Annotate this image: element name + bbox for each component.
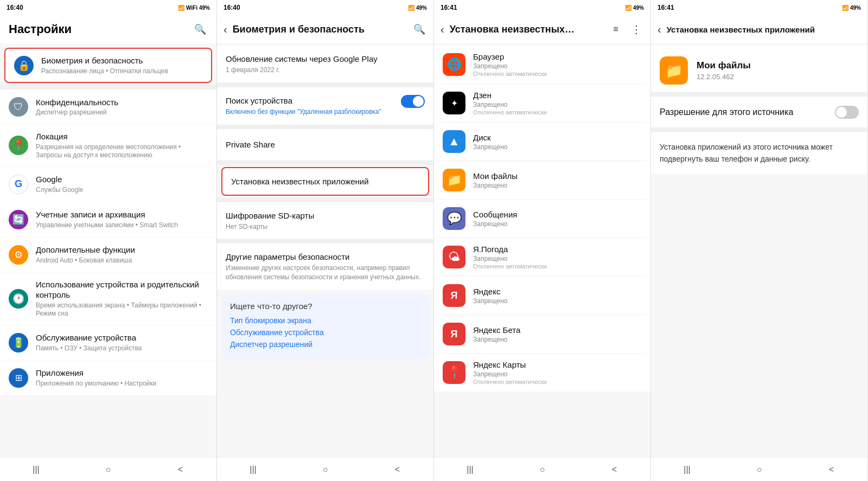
biometrics-page-title: Биометрия и безопасность [233, 24, 412, 35]
settings-list: 🔒 Биометрия и безопасность Распознавание… [0, 43, 216, 457]
status-icons-2: 📶 49% [408, 5, 427, 11]
nav-back-btn-3[interactable]: < [604, 461, 626, 478]
status-bar-3: 16:41 📶 49% [434, 0, 650, 15]
back-btn-2[interactable]: ‹ [224, 23, 227, 36]
messages-status: Запрещено [473, 220, 642, 228]
topbar-settings: Настройки 🔍 [0, 15, 216, 43]
apps-text: Приложения Приложения по умолчанию • Нас… [36, 368, 208, 388]
settings-item-apps[interactable]: ⊞ Приложения Приложения по умолчанию • Н… [0, 361, 216, 395]
settings-item-biometrics[interactable]: 🔒 Биометрия и безопасность Распознавание… [4, 48, 212, 83]
biometrics-item-private-share[interactable]: Private Share [217, 129, 433, 160]
disk-app-icon: ▲ [443, 130, 465, 153]
nav-menu-btn-2[interactable]: ||| [242, 461, 264, 478]
battery-icon-4: 49% [850, 5, 861, 11]
nav-menu-btn-3[interactable]: ||| [459, 461, 481, 478]
suggestion-link-0[interactable]: Тип блокировки экрана [230, 316, 420, 325]
privacy-text: Конфиденциальность Диспетчер разрешений [36, 97, 208, 117]
suggestion-link-1[interactable]: Обслуживание устройства [230, 328, 420, 337]
unknown-apps-page-title: Установка неизвестных… [450, 24, 608, 35]
yandex-beta-text: Яндекс Бета Запрещено [473, 325, 642, 343]
app-item-dzen[interactable]: ✦ Дзен Запрещено Отключено автоматически [434, 84, 650, 122]
more-icon[interactable]: ⋮ [629, 22, 644, 37]
search-icon-2[interactable]: 🔍 [412, 22, 427, 37]
search-icon[interactable]: 🔍 [193, 22, 208, 37]
app-item-yandex-beta[interactable]: Я Яндекс Бета Запрещено [434, 315, 650, 353]
status-icons-1: 📶 WiFi 49% [178, 5, 210, 11]
messages-app-icon: 💬 [443, 207, 465, 230]
app-item-messages[interactable]: 💬 Сообщения Запрещено [434, 200, 650, 238]
app-header-row: 📁 Мои файлы 12.2.05.462 [651, 46, 867, 92]
biometrics-title: Биометрия и безопасность [41, 55, 202, 66]
nav-menu-btn-4[interactable]: ||| [676, 461, 698, 478]
signal-icon-2: 📶 [408, 5, 414, 11]
permission-toggle[interactable] [835, 106, 859, 119]
app-item-browser[interactable]: 🌐 Браузер Запрещено Отключено автоматиче… [434, 46, 650, 84]
nav-home-btn-4[interactable]: ○ [749, 461, 770, 478]
nav-back-btn-2[interactable]: < [387, 461, 409, 478]
yandex-app-icon: Я [443, 284, 465, 307]
myfiles-name: Мои файлы [473, 171, 642, 181]
disk-status: Запрещено [473, 143, 642, 151]
app-item-myfiles[interactable]: 📁 Мои файлы Запрещено [434, 161, 650, 199]
app-item-disk[interactable]: ▲ Диск Запрещено [434, 123, 650, 161]
nav-home-btn[interactable]: ○ [98, 461, 119, 478]
app-item-yaweather[interactable]: 🌤 Я.Погода Запрещено Отключено автоматич… [434, 238, 650, 276]
warning-text: Установка приложений из этого источника … [651, 132, 867, 174]
biometrics-item-google-play[interactable]: Обновление системы через Google Play 1 ф… [217, 46, 433, 82]
google-title: Google [36, 174, 208, 185]
settings-item-extra[interactable]: ⚙ Дополнительные функции Android Auto • … [0, 238, 216, 272]
accounts-icon: 🔄 [9, 210, 28, 229]
navbar-3: ||| ○ < [434, 457, 650, 481]
find-device-subtitle: Включено без функции "Удаленная разблоки… [226, 107, 397, 117]
settings-item-maintenance[interactable]: 🔋 Обслуживание устройства Память • ОЗУ •… [0, 325, 216, 360]
settings-item-google[interactable]: G Google Службы Google [0, 167, 216, 202]
nav-back-btn[interactable]: < [170, 461, 192, 478]
settings-item-location[interactable]: 📍 Локация Разрешения на определение мест… [0, 125, 216, 166]
nav-back-btn-4[interactable]: < [821, 461, 843, 478]
find-device-text: Поиск устройства Включено без функции "У… [226, 95, 397, 117]
nav-home-btn-2[interactable]: ○ [315, 461, 336, 478]
settings-item-usage[interactable]: 🕐 Использование устройства и родительски… [0, 273, 216, 325]
google-play-text: Обновление системы через Google Play 1 ф… [226, 53, 425, 75]
app-item-yandex[interactable]: Я Яндекс Запрещено [434, 277, 650, 315]
nav-home-btn-3[interactable]: ○ [532, 461, 553, 478]
dzen-name: Дзен [473, 91, 642, 100]
yandexbeta-app-icon: Я [443, 323, 465, 345]
suggestion-box: Ищете что-то другое? Тип блокировки экра… [221, 294, 429, 360]
yandex-beta-status: Запрещено [473, 336, 642, 343]
private-share-title: Private Share [226, 139, 425, 150]
biometrics-item-unknown-apps[interactable]: Установка неизвестных приложений [221, 167, 429, 196]
topbar-myfiles-detail: ‹ Установка неизвестных приложений [651, 15, 867, 43]
app-item-yandex-maps[interactable]: 📍 Яндекс Карты Запрещено Отключено автом… [434, 354, 650, 392]
yandex-text: Яндекс Запрещено [473, 287, 642, 305]
app-detail-icon: 📁 [660, 56, 688, 85]
myfiles-status: Запрещено [473, 182, 642, 189]
nav-menu-btn[interactable]: ||| [25, 461, 47, 478]
extra-subtitle: Android Auto • Боковая клавиша [36, 256, 208, 265]
navbar-4: ||| ○ < [651, 457, 867, 481]
signal-icon-4: 📶 [842, 5, 848, 11]
myfiles-app-icon: 📁 [443, 169, 465, 191]
browser-note: Отключено автоматически [473, 70, 642, 77]
settings-item-accounts[interactable]: 🔄 Учетные записи и архивация Управление … [0, 202, 216, 237]
settings-item-privacy[interactable]: 🛡 Конфиденциальность Диспетчер разрешени… [0, 89, 216, 124]
disk-name: Диск [473, 133, 642, 142]
status-time-1: 16:40 [7, 4, 23, 11]
biometrics-item-other-security[interactable]: Другие параметры безопасности Изменение … [217, 243, 433, 290]
disk-text: Диск Запрещено [473, 133, 642, 151]
status-time-4: 16:41 [658, 4, 674, 11]
find-device-title: Поиск устройства [226, 95, 397, 106]
messages-name: Сообщения [473, 210, 642, 219]
suggestion-link-2[interactable]: Диспетчер разрешений [230, 340, 420, 349]
location-title: Локация [36, 131, 208, 142]
find-device-toggle[interactable] [401, 95, 425, 108]
back-btn-3[interactable]: ‹ [441, 23, 444, 36]
list-icon[interactable]: ≡ [608, 22, 623, 37]
browser-status: Запрещено [473, 62, 642, 70]
biometrics-item-sd-encrypt[interactable]: Шифрование SD-карты Нет SD-карты [217, 202, 433, 239]
biometrics-text: Биометрия и безопасность Распознавание л… [41, 55, 202, 75]
back-btn-4[interactable]: ‹ [658, 23, 661, 36]
location-icon: 📍 [9, 136, 28, 155]
accounts-title: Учетные записи и архивация [36, 209, 208, 220]
biometrics-item-find-device[interactable]: Поиск устройства Включено без функции "У… [217, 87, 433, 124]
